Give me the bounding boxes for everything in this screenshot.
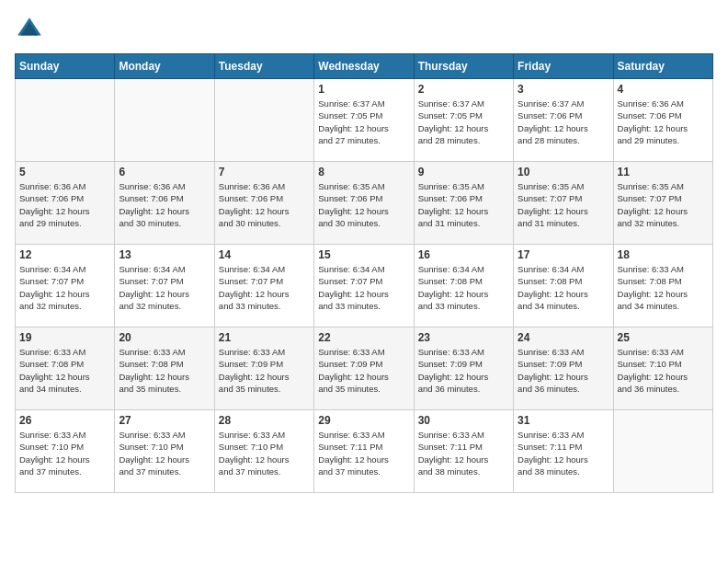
day-number: 30 <box>418 414 509 427</box>
calendar-week-row: 1Sunrise: 6:37 AM Sunset: 7:05 PM Daylig… <box>16 79 713 162</box>
day-info: Sunrise: 6:33 AM Sunset: 7:10 PM Dayligh… <box>19 429 110 477</box>
calendar-cell <box>115 79 214 162</box>
calendar-cell: 2Sunrise: 6:37 AM Sunset: 7:05 PM Daylig… <box>414 79 513 162</box>
day-number: 9 <box>418 166 509 178</box>
day-number: 5 <box>19 166 110 178</box>
calendar-cell <box>214 79 313 162</box>
day-info: Sunrise: 6:33 AM Sunset: 7:11 PM Dayligh… <box>318 429 409 477</box>
calendar-cell: 10Sunrise: 6:35 AM Sunset: 7:07 PM Dayli… <box>514 162 613 245</box>
page-header <box>15 15 713 44</box>
day-number: 13 <box>119 248 210 261</box>
day-number: 7 <box>219 166 310 178</box>
day-info: Sunrise: 6:33 AM Sunset: 7:11 PM Dayligh… <box>418 429 509 477</box>
day-info: Sunrise: 6:37 AM Sunset: 7:05 PM Dayligh… <box>418 98 509 146</box>
day-info: Sunrise: 6:33 AM Sunset: 7:08 PM Dayligh… <box>119 346 210 395</box>
column-header-friday: Friday <box>514 54 613 79</box>
calendar-cell: 16Sunrise: 6:34 AM Sunset: 7:08 PM Dayli… <box>414 245 513 327</box>
calendar-cell: 5Sunrise: 6:36 AM Sunset: 7:06 PM Daylig… <box>16 162 115 245</box>
calendar-cell: 29Sunrise: 6:33 AM Sunset: 7:11 PM Dayli… <box>314 410 414 493</box>
column-header-wednesday: Wednesday <box>314 54 414 79</box>
calendar-cell: 13Sunrise: 6:34 AM Sunset: 7:07 PM Dayli… <box>115 245 214 327</box>
day-number: 14 <box>219 248 310 261</box>
day-info: Sunrise: 6:36 AM Sunset: 7:06 PM Dayligh… <box>19 180 110 229</box>
calendar-week-row: 12Sunrise: 6:34 AM Sunset: 7:07 PM Dayli… <box>16 245 713 327</box>
day-number: 17 <box>518 248 609 261</box>
calendar-cell: 25Sunrise: 6:33 AM Sunset: 7:10 PM Dayli… <box>613 327 712 410</box>
calendar-cell: 8Sunrise: 6:35 AM Sunset: 7:06 PM Daylig… <box>314 162 414 245</box>
calendar-cell: 21Sunrise: 6:33 AM Sunset: 7:09 PM Dayli… <box>214 327 313 410</box>
day-number: 25 <box>618 331 709 344</box>
calendar-week-row: 5Sunrise: 6:36 AM Sunset: 7:06 PM Daylig… <box>16 162 713 245</box>
calendar-table: SundayMondayTuesdayWednesdayThursdayFrid… <box>15 53 713 493</box>
day-number: 18 <box>618 248 709 261</box>
day-info: Sunrise: 6:35 AM Sunset: 7:07 PM Dayligh… <box>518 180 609 229</box>
day-number: 27 <box>119 414 210 427</box>
day-number: 2 <box>418 83 509 96</box>
day-number: 16 <box>418 248 509 261</box>
day-info: Sunrise: 6:35 AM Sunset: 7:07 PM Dayligh… <box>618 180 709 229</box>
day-info: Sunrise: 6:33 AM Sunset: 7:10 PM Dayligh… <box>119 429 210 477</box>
logo-icon <box>15 15 44 44</box>
day-info: Sunrise: 6:33 AM Sunset: 7:09 PM Dayligh… <box>318 346 409 395</box>
day-info: Sunrise: 6:36 AM Sunset: 7:06 PM Dayligh… <box>219 180 310 229</box>
day-number: 6 <box>119 166 210 178</box>
calendar-cell: 3Sunrise: 6:37 AM Sunset: 7:06 PM Daylig… <box>514 79 613 162</box>
calendar-week-row: 19Sunrise: 6:33 AM Sunset: 7:08 PM Dayli… <box>16 327 713 410</box>
day-number: 21 <box>219 331 310 344</box>
day-number: 20 <box>119 331 210 344</box>
calendar-cell: 20Sunrise: 6:33 AM Sunset: 7:08 PM Dayli… <box>115 327 214 410</box>
day-number: 26 <box>19 414 110 427</box>
day-number: 4 <box>618 83 709 96</box>
day-number: 28 <box>219 414 310 427</box>
day-info: Sunrise: 6:34 AM Sunset: 7:07 PM Dayligh… <box>119 263 210 312</box>
day-number: 10 <box>518 166 609 178</box>
calendar-cell: 28Sunrise: 6:33 AM Sunset: 7:10 PM Dayli… <box>214 410 313 493</box>
column-header-monday: Monday <box>115 54 214 79</box>
calendar-cell: 17Sunrise: 6:34 AM Sunset: 7:08 PM Dayli… <box>514 245 613 327</box>
day-number: 31 <box>518 414 609 427</box>
column-header-tuesday: Tuesday <box>214 54 313 79</box>
day-number: 1 <box>318 83 409 96</box>
calendar-cell: 7Sunrise: 6:36 AM Sunset: 7:06 PM Daylig… <box>214 162 313 245</box>
calendar-week-row: 26Sunrise: 6:33 AM Sunset: 7:10 PM Dayli… <box>16 410 713 493</box>
day-info: Sunrise: 6:34 AM Sunset: 7:07 PM Dayligh… <box>219 263 310 312</box>
day-info: Sunrise: 6:34 AM Sunset: 7:08 PM Dayligh… <box>518 263 609 312</box>
day-info: Sunrise: 6:34 AM Sunset: 7:07 PM Dayligh… <box>19 263 110 312</box>
day-info: Sunrise: 6:35 AM Sunset: 7:06 PM Dayligh… <box>318 180 409 229</box>
calendar-cell: 9Sunrise: 6:35 AM Sunset: 7:06 PM Daylig… <box>414 162 513 245</box>
day-number: 24 <box>518 331 609 344</box>
calendar-cell: 24Sunrise: 6:33 AM Sunset: 7:09 PM Dayli… <box>514 327 613 410</box>
day-info: Sunrise: 6:35 AM Sunset: 7:06 PM Dayligh… <box>418 180 509 229</box>
calendar-cell: 14Sunrise: 6:34 AM Sunset: 7:07 PM Dayli… <box>214 245 313 327</box>
day-info: Sunrise: 6:34 AM Sunset: 7:07 PM Dayligh… <box>318 263 409 312</box>
calendar-cell: 19Sunrise: 6:33 AM Sunset: 7:08 PM Dayli… <box>16 327 115 410</box>
calendar-cell: 11Sunrise: 6:35 AM Sunset: 7:07 PM Dayli… <box>613 162 712 245</box>
day-number: 19 <box>19 331 110 344</box>
calendar-cell: 23Sunrise: 6:33 AM Sunset: 7:09 PM Dayli… <box>414 327 513 410</box>
calendar-cell: 15Sunrise: 6:34 AM Sunset: 7:07 PM Dayli… <box>314 245 414 327</box>
day-number: 3 <box>518 83 609 96</box>
day-info: Sunrise: 6:33 AM Sunset: 7:11 PM Dayligh… <box>518 429 609 477</box>
calendar-cell: 12Sunrise: 6:34 AM Sunset: 7:07 PM Dayli… <box>16 245 115 327</box>
day-info: Sunrise: 6:36 AM Sunset: 7:06 PM Dayligh… <box>119 180 210 229</box>
calendar-cell: 26Sunrise: 6:33 AM Sunset: 7:10 PM Dayli… <box>16 410 115 493</box>
day-info: Sunrise: 6:33 AM Sunset: 7:09 PM Dayligh… <box>418 346 509 395</box>
day-info: Sunrise: 6:33 AM Sunset: 7:09 PM Dayligh… <box>518 346 609 395</box>
day-info: Sunrise: 6:33 AM Sunset: 7:08 PM Dayligh… <box>618 263 709 312</box>
calendar-cell: 22Sunrise: 6:33 AM Sunset: 7:09 PM Dayli… <box>314 327 414 410</box>
logo <box>15 15 48 44</box>
day-number: 22 <box>318 331 409 344</box>
calendar-cell <box>613 410 712 493</box>
day-info: Sunrise: 6:33 AM Sunset: 7:08 PM Dayligh… <box>19 346 110 395</box>
column-header-thursday: Thursday <box>414 54 513 79</box>
day-info: Sunrise: 6:37 AM Sunset: 7:06 PM Dayligh… <box>518 98 609 146</box>
calendar-cell: 18Sunrise: 6:33 AM Sunset: 7:08 PM Dayli… <box>613 245 712 327</box>
calendar-cell: 30Sunrise: 6:33 AM Sunset: 7:11 PM Dayli… <box>414 410 513 493</box>
calendar-cell: 4Sunrise: 6:36 AM Sunset: 7:06 PM Daylig… <box>613 79 712 162</box>
calendar-cell: 6Sunrise: 6:36 AM Sunset: 7:06 PM Daylig… <box>115 162 214 245</box>
day-info: Sunrise: 6:36 AM Sunset: 7:06 PM Dayligh… <box>618 98 709 146</box>
day-info: Sunrise: 6:34 AM Sunset: 7:08 PM Dayligh… <box>418 263 509 312</box>
calendar-header-row: SundayMondayTuesdayWednesdayThursdayFrid… <box>16 54 713 79</box>
day-number: 15 <box>318 248 409 261</box>
column-header-sunday: Sunday <box>16 54 115 79</box>
